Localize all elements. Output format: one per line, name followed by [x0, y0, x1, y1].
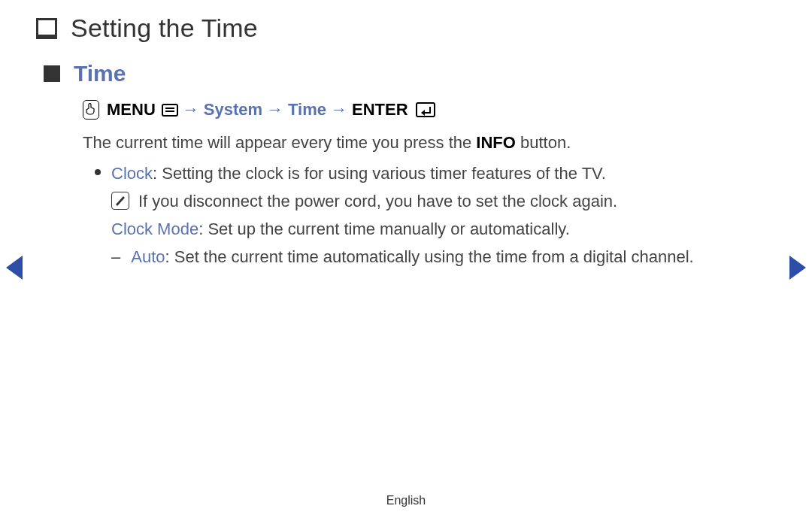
auto-desc: : Set the current time automatically usi… [165, 247, 694, 266]
arrow-3: → [331, 100, 347, 120]
page-title: Setting the Time [71, 14, 258, 43]
note-icon [111, 192, 129, 210]
info-button-label: INFO [476, 133, 516, 152]
section-title-row: Time [44, 61, 767, 86]
section-bullet-icon [44, 65, 60, 82]
clock-desc: : Setting the clock is for using various… [153, 164, 606, 183]
intro-text: The current time will appear every time … [83, 130, 767, 155]
dash-icon: – [111, 244, 120, 269]
path-step-time: Time [288, 100, 326, 120]
auto-row: – Auto: Set the current time automatical… [111, 244, 758, 269]
intro-post: button. [516, 133, 571, 152]
page-title-row: Setting the Time [36, 14, 767, 43]
clock-bullet: Clock: Setting the clock is for using va… [95, 161, 767, 186]
enter-icon [416, 102, 435, 117]
auto-term: Auto [131, 247, 165, 266]
menu-icon [162, 104, 178, 117]
menu-label: MENU [107, 100, 156, 120]
footer-language: English [0, 494, 812, 507]
clockmode-term: Clock Mode [111, 220, 198, 238]
menu-path: MENU → System → Time → ENTER [83, 100, 767, 120]
arrow-2: → [267, 100, 283, 120]
auto-body: Auto: Set the current time automatically… [131, 244, 693, 269]
note-text: If you disconnect the power cord, you ha… [138, 189, 617, 214]
intro-pre: The current time will appear every time … [83, 133, 476, 152]
section-title: Time [74, 61, 126, 86]
nav-next-button[interactable] [789, 256, 806, 280]
clockmode-desc: : Set up the current time manually or au… [198, 220, 570, 238]
clockmode-row: Clock Mode: Set up the current time manu… [111, 217, 767, 241]
clock-body: Clock: Setting the clock is for using va… [111, 161, 767, 186]
manual-page: Setting the Time Time MENU → System → Ti… [0, 0, 812, 530]
clock-term: Clock [111, 164, 153, 183]
enter-label: ENTER [352, 100, 408, 120]
arrow-1: → [183, 100, 199, 120]
bullet-icon [95, 169, 101, 175]
nav-prev-button[interactable] [6, 256, 23, 280]
hand-icon [83, 100, 99, 120]
chapter-icon [36, 18, 57, 39]
note-row: If you disconnect the power cord, you ha… [111, 189, 767, 214]
path-step-system: System [204, 100, 262, 120]
